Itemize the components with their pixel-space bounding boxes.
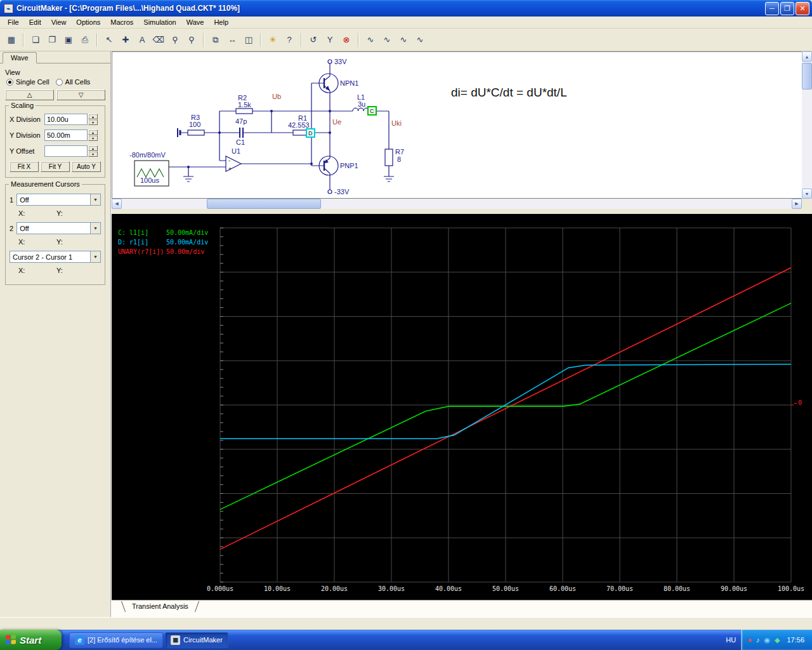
taskbar: Start e [2] Erősítő építése el... ▦ Circ…: [0, 630, 812, 650]
save-file-button[interactable]: ▣: [61, 32, 76, 48]
transient-analysis-tab-label: Transient Analysis: [132, 602, 188, 610]
help-button[interactable]: ?: [282, 32, 297, 48]
menu-item-simulation[interactable]: Simulation: [138, 17, 181, 27]
fit-to-window-button[interactable]: ↔: [225, 32, 240, 48]
wave-panel-tab[interactable]: Wave: [3, 52, 37, 63]
menu-item-view[interactable]: View: [46, 17, 72, 27]
schematic-vertical-scrollbar[interactable]: ▲ ▼: [802, 51, 812, 199]
vertical-scroll-thumb[interactable]: [802, 63, 812, 90]
fit-y-button[interactable]: Fit Y: [41, 161, 70, 172]
taskbar-item-circuitmaker[interactable]: ▦ CircuitMaker: [165, 632, 228, 648]
browser-icon: e: [75, 635, 84, 645]
minimize-button[interactable]: ─: [765, 2, 779, 15]
auto-y-button[interactable]: Auto Y: [72, 161, 101, 172]
start-button[interactable]: Start: [0, 630, 62, 650]
waveform-window-button-2[interactable]: ∿: [379, 32, 395, 48]
zoom-in-tool[interactable]: ⚲: [167, 32, 183, 48]
menu-item-help[interactable]: Help: [209, 17, 233, 27]
cursor2-y-label: Y:: [56, 238, 95, 246]
chevron-down-icon[interactable]: ▼: [90, 194, 100, 205]
probe-tool[interactable]: Y: [322, 32, 337, 48]
single-cell-radio[interactable]: Single Cell: [6, 78, 49, 86]
chevron-down-icon[interactable]: ▼: [90, 223, 100, 234]
cursor-difference-select[interactable]: Cursor 2 - Cursor 1 ▼: [10, 251, 101, 263]
select-arrow-tool[interactable]: ↖: [102, 32, 117, 48]
all-cells-radio[interactable]: All Cells: [56, 78, 91, 86]
board-icon-button[interactable]: ▦: [4, 32, 19, 48]
schematic-canvas[interactable]: 33V -33V NPN1 PNP1 R2 1.5k R3 100 47p C1…: [112, 51, 802, 199]
menu-item-edit[interactable]: Edit: [24, 17, 46, 27]
vminus-label: -33V: [334, 188, 350, 196]
menu-item-file[interactable]: File: [3, 17, 24, 27]
horizontal-scroll-thumb[interactable]: [207, 199, 321, 209]
menu-item-options[interactable]: Options: [71, 17, 105, 27]
language-indicator[interactable]: HU: [721, 636, 741, 644]
restore-button[interactable]: ❐: [780, 2, 794, 15]
scroll-cell-up-button[interactable]: △: [5, 90, 54, 100]
app-icon: ⌁: [4, 4, 13, 13]
menu-item-macros[interactable]: Macros: [105, 17, 138, 27]
uki-node-label: Uki: [391, 119, 402, 127]
messenger-tray-icon[interactable]: ◉: [764, 637, 770, 644]
taskbar-item-browser[interactable]: e [2] Erősítő építése el...: [69, 632, 163, 648]
zoom-out-tool[interactable]: ⚲: [184, 32, 199, 48]
horizontal-scroll-track[interactable]: [122, 199, 792, 209]
delete-tool[interactable]: ⌫: [151, 32, 166, 48]
y-offset-spin-up[interactable]: ▲: [88, 145, 98, 151]
taskbar-clock: 17:56: [787, 636, 804, 644]
x-division-spin-down[interactable]: ▼: [88, 119, 98, 125]
volume-tray-icon[interactable]: ♪: [756, 637, 760, 644]
y-division-spin-up[interactable]: ▲: [88, 129, 98, 135]
cursor1-select[interactable]: Off ▼: [16, 194, 101, 206]
c1-value-label: 47p: [235, 117, 247, 125]
window-bottom-strip: [0, 617, 812, 630]
schematic-horizontal-scrollbar[interactable]: ◀ ▶: [112, 199, 812, 209]
waveform-window-button-3[interactable]: ∿: [396, 32, 411, 48]
waveform-window-button-1[interactable]: ∿: [363, 32, 378, 48]
r1-value-label: 42.553: [288, 121, 310, 129]
y-offset-spin-down[interactable]: ▼: [88, 151, 98, 157]
stop-simulation-button[interactable]: ⊗: [339, 32, 354, 48]
waveform-plot[interactable]: C: l1[i]50.00mA/divD: r1[i]50.00mA/divUN…: [112, 214, 812, 600]
vertical-scroll-track[interactable]: [802, 62, 812, 189]
print-button[interactable]: ⎙: [77, 32, 93, 48]
chevron-down-icon[interactable]: ▼: [90, 251, 100, 262]
cursor2-select[interactable]: Off ▼: [16, 222, 101, 234]
scroll-up-arrow-icon[interactable]: ▲: [802, 51, 812, 62]
legend-entry: C: l1[i]50.00mA/div: [118, 228, 208, 237]
search-part-button[interactable]: ⧉: [208, 32, 223, 48]
source-period-label: 100us: [140, 176, 159, 184]
new-file-button[interactable]: ❏: [28, 32, 43, 48]
scroll-left-arrow-icon[interactable]: ◀: [112, 199, 122, 209]
x-axis: 0.000us10.00us20.00us30.00us40.00us50.00…: [112, 585, 812, 594]
pnp-label: PNP1: [340, 162, 358, 169]
taskbar-item-browser-label: [2] Erősítő építése el...: [88, 636, 157, 644]
radio-circle-icon: [56, 79, 63, 86]
close-button[interactable]: ✕: [796, 2, 809, 15]
windows-flag-icon: [5, 635, 16, 645]
x-division-input[interactable]: [44, 114, 88, 125]
menu-item-wave[interactable]: Wave: [181, 17, 209, 27]
wire-tool[interactable]: ✚: [118, 32, 133, 48]
split-view-button[interactable]: ◫: [241, 32, 256, 48]
fit-x-button[interactable]: Fit X: [10, 161, 39, 172]
text-tool[interactable]: A: [134, 32, 150, 48]
x-division-spin-up[interactable]: ▲: [88, 114, 98, 119]
scroll-right-arrow-icon[interactable]: ▶: [792, 199, 802, 209]
undo-button[interactable]: ↺: [306, 32, 321, 48]
security-tray-icon[interactable]: ●: [747, 637, 752, 644]
y-division-spin-down[interactable]: ▼: [88, 135, 98, 141]
scroll-cell-down-button[interactable]: ▽: [56, 90, 105, 100]
update-tray-icon[interactable]: ◆: [775, 637, 780, 644]
waveform-window-button-4[interactable]: ∿: [412, 32, 428, 48]
legend-entry: D: r1[i]50.00mA/div: [118, 237, 208, 247]
npn-label: NPN1: [340, 79, 358, 87]
difference-y-label: Y:: [56, 267, 95, 274]
scroll-down-arrow-icon[interactable]: ▼: [802, 189, 812, 199]
y-division-input[interactable]: [44, 129, 88, 141]
y-offset-input[interactable]: [44, 145, 88, 157]
c1-ref-label: C1: [236, 138, 245, 146]
transient-analysis-tab[interactable]: Transient Analysis: [121, 601, 200, 612]
open-file-button[interactable]: ❐: [44, 32, 60, 48]
run-simulation-button[interactable]: ✳: [265, 32, 280, 48]
